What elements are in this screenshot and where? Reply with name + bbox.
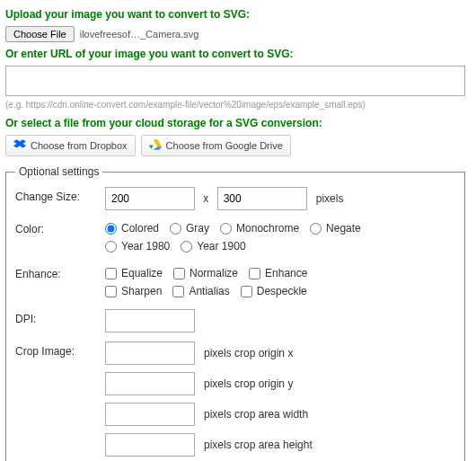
svg-marker-0 [149, 146, 154, 149]
change-size-label: Change Size: [15, 187, 105, 203]
color-radio-year1900[interactable] [181, 241, 192, 253]
chosen-file-name: ilovefreesof…_Camera.svg [80, 29, 199, 40]
color-row: Color: Colored Gray Monochrome Negate Ye… [15, 219, 455, 255]
crop-origin-x-label: pixels crop origin x [204, 347, 293, 359]
enhance-check-antialias[interactable] [172, 286, 184, 297]
enhance-check-sharpen[interactable] [105, 286, 117, 297]
color-radio-year1980[interactable] [105, 241, 117, 253]
choose-file-button[interactable]: Choose File [5, 26, 75, 42]
url-example-text: (e.g. https://cdn.online-convert.com/exa… [5, 100, 471, 110]
color-radio-monochrome-label: Monochrome [236, 219, 299, 237]
crop-height-label: pixels crop area height [204, 439, 313, 451]
dpi-content [105, 309, 455, 332]
dropbox-icon [13, 138, 26, 153]
color-radio-gray[interactable] [170, 223, 181, 235]
enhance-check-equalize-label: Equalize [121, 264, 163, 282]
color-radio-year1980-label: Year 1980 [121, 237, 170, 255]
google-drive-icon [149, 138, 162, 153]
change-size-content: x pixels [105, 187, 455, 210]
google-drive-button-label: Choose from Google Drive [166, 140, 283, 151]
enhance-check-sharpen-label: Sharpen [121, 282, 162, 300]
crop-content: pixels crop origin x pixels crop origin … [105, 341, 455, 461]
width-input[interactable] [105, 187, 195, 210]
dpi-row: DPI: [15, 309, 455, 332]
enhance-check-antialias-label: Antialias [189, 282, 229, 300]
svg-marker-1 [153, 139, 161, 146]
crop-height-input[interactable] [105, 433, 195, 457]
color-radio-colored[interactable] [105, 223, 117, 235]
crop-width-label: pixels crop area width [204, 408, 308, 421]
color-radio-year1900-label: Year 1900 [197, 237, 245, 255]
dropbox-button-label: Choose from Dropbox [31, 140, 128, 151]
crop-origin-y-input[interactable] [105, 372, 195, 395]
color-radio-negate[interactable] [310, 223, 322, 235]
enhance-check-enhance[interactable] [249, 268, 260, 279]
size-unit-label: pixels [316, 192, 344, 205]
enhance-row: Enhance: Equalize Normalize Enhance Shar… [15, 264, 455, 300]
color-radio-gray-label: Gray [186, 219, 209, 237]
cloud-section-title: Or select a file from your cloud storage… [5, 117, 471, 129]
upload-section-title: Upload your image you want to convert to… [5, 8, 471, 21]
svg-marker-2 [153, 146, 161, 150]
color-radio-negate-label: Negate [326, 219, 361, 237]
enhance-check-despeckle[interactable] [241, 286, 252, 297]
cloud-row: Choose from Dropbox Choose from Google D… [5, 135, 471, 156]
optional-settings-legend: Optional settings [15, 165, 102, 178]
dropbox-button[interactable]: Choose from Dropbox [5, 135, 136, 156]
crop-origin-y-label: pixels crop origin y [204, 377, 293, 390]
enhance-check-normalize-label: Normalize [190, 264, 238, 282]
dpi-label: DPI: [15, 309, 105, 325]
file-row: Choose File ilovefreesof…_Camera.svg [5, 26, 471, 42]
google-drive-button[interactable]: Choose from Google Drive [141, 135, 291, 156]
color-content: Colored Gray Monochrome Negate Year 1980… [105, 219, 455, 255]
color-radio-monochrome[interactable] [220, 223, 232, 235]
size-x-label: x [203, 192, 208, 205]
enhance-check-normalize[interactable] [173, 268, 185, 279]
color-label: Color: [15, 219, 105, 235]
crop-origin-x-input[interactable] [105, 341, 195, 365]
url-input[interactable] [5, 66, 465, 96]
enhance-content: Equalize Normalize Enhance Sharpen Antia… [105, 264, 455, 300]
enhance-check-despeckle-label: Despeckle [257, 282, 307, 300]
enhance-label: Enhance: [15, 264, 105, 280]
change-size-row: Change Size: x pixels [15, 187, 455, 210]
height-input[interactable] [217, 187, 307, 210]
crop-width-input[interactable] [105, 403, 195, 426]
crop-label: Crop Image: [15, 341, 105, 358]
url-section-title: Or enter URL of your image you want to c… [5, 48, 471, 60]
enhance-check-enhance-label: Enhance [265, 264, 307, 282]
optional-settings-fieldset: Optional settings Change Size: x pixels … [5, 165, 465, 461]
enhance-check-equalize[interactable] [105, 268, 117, 279]
dpi-input[interactable] [105, 309, 195, 332]
color-radio-colored-label: Colored [121, 219, 159, 237]
crop-row: Crop Image: pixels crop origin x pixels … [15, 341, 455, 461]
